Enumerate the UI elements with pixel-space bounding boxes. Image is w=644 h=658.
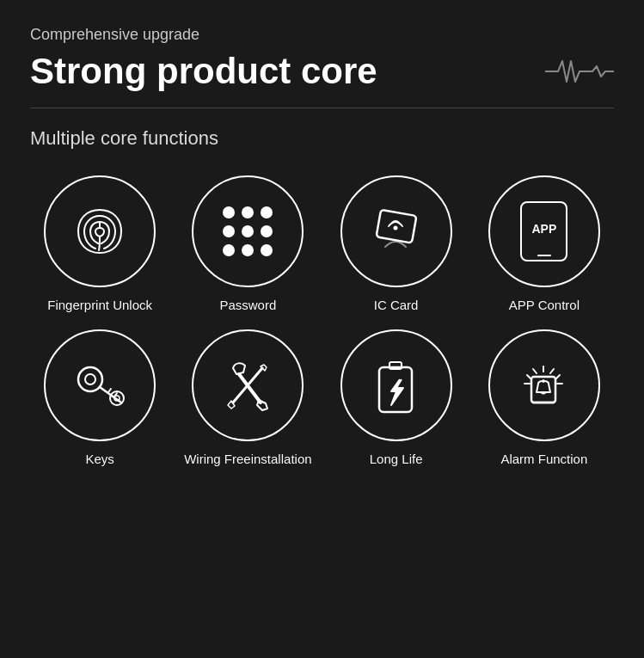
dot-1 [223,206,235,218]
label-password: Password [219,298,276,312]
waveform-icon [545,54,614,89]
wrench-icon [218,355,278,415]
label-fingerprint: Fingerprint Unlock [47,298,152,312]
dot-4 [223,225,235,237]
alarm-icon [516,358,572,414]
svg-point-3 [78,367,102,391]
app-text: APP [531,222,556,236]
label-alarm: Alarm Function [500,452,587,466]
icon-circle-app-control: APP [488,175,600,287]
icon-item-keys: Keys [30,329,169,466]
label-keys: Keys [85,452,113,466]
battery-icon [372,355,420,415]
svg-point-4 [85,374,95,384]
icon-circle-long-life [340,329,452,441]
subtitle: Comprehensive upgrade [30,26,614,44]
svg-point-2 [394,225,398,230]
page-container: Comprehensive upgrade Strong product cor… [0,0,644,483]
fingerprint-icon [70,201,130,261]
svg-line-6 [108,389,111,392]
ic-card-icon [368,204,424,260]
icon-item-ic-card: IC Card [327,175,466,312]
svg-line-10 [239,374,261,403]
dot-6 [261,225,273,237]
icon-item-app-control: APP APP Control [475,175,614,312]
icons-grid: Fingerprint Unlock Password [30,175,614,466]
section-title: Multiple core functions [30,127,614,150]
svg-line-22 [550,369,554,373]
dot-3 [261,206,273,218]
svg-line-16 [527,375,531,379]
dot-8 [242,244,254,256]
dot-5 [242,225,254,237]
svg-line-18 [555,375,560,379]
icon-item-wiring: Wiring Freeinstallation [178,329,317,466]
icon-circle-fingerprint [44,175,156,287]
dot-9 [261,244,273,256]
icon-circle-wiring [192,329,304,441]
icon-circle-alarm [488,329,600,441]
divider [30,108,614,108]
icon-circle-password [192,175,304,287]
icon-circle-ic-card [340,175,452,287]
key-icon [70,355,130,415]
main-title: Strong product core [30,51,377,92]
icon-item-alarm: Alarm Function [475,329,614,466]
dot-2 [242,206,254,218]
icon-item-long-life: Long Life [327,329,466,466]
password-dots [218,202,277,261]
label-app-control: APP Control [509,298,580,312]
header-row: Strong product core [30,51,614,92]
icon-item-password: Password [178,175,317,312]
icon-circle-keys [44,329,156,441]
app-phone: APP [520,201,567,261]
label-long-life: Long Life [370,452,423,466]
label-wiring: Wiring Freeinstallation [184,452,311,466]
label-ic-card: IC Card [374,298,419,312]
svg-line-21 [533,369,537,373]
icon-item-fingerprint: Fingerprint Unlock [30,175,169,312]
dot-7 [223,244,235,256]
